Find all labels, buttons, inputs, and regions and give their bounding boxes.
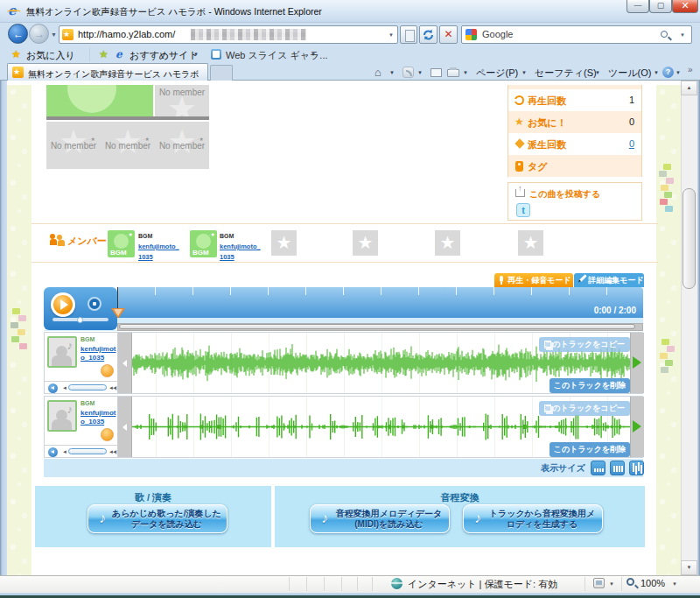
web-slice-dropdown-icon[interactable]: ▼ bbox=[311, 52, 316, 57]
play-button[interactable] bbox=[51, 292, 75, 317]
speaker-icon[interactable] bbox=[48, 383, 58, 393]
scroll-down-button[interactable]: ▼ bbox=[681, 560, 697, 575]
search-dropdown-icon[interactable]: ▼ bbox=[680, 32, 685, 38]
rss-feed-icon[interactable] bbox=[402, 67, 414, 78]
track-avatar[interactable] bbox=[47, 336, 77, 368]
volume-decrease-icon[interactable]: ◄ bbox=[62, 385, 67, 390]
track-avatar[interactable] bbox=[47, 400, 77, 432]
address-bar[interactable]: http://hamo.y2lab.com/ ▼ bbox=[59, 25, 398, 44]
wave-zoom-small-button[interactable] bbox=[591, 461, 606, 475]
window-title: 無料オンライン歌声録音サービス ハモラボ - Windows Internet … bbox=[26, 6, 322, 18]
track-record-button[interactable] bbox=[101, 428, 114, 441]
stats-row-tags: タグ bbox=[508, 155, 641, 177]
forward-button[interactable]: → bbox=[29, 24, 49, 44]
browser-tab[interactable]: 無料オンライン歌声録音サービス ハモラボ bbox=[7, 63, 208, 81]
zoom-magnifier-icon[interactable] bbox=[626, 578, 634, 586]
url-censored-mosaic bbox=[191, 29, 306, 40]
track-left-handle[interactable] bbox=[118, 333, 132, 393]
twitter-icon[interactable]: t bbox=[516, 203, 530, 217]
zoom-dropdown-icon[interactable]: ▼ bbox=[672, 581, 677, 587]
track-owner-link[interactable]: kenfujimoto_1035 bbox=[80, 345, 117, 362]
minimize-button[interactable]: — bbox=[626, 0, 649, 13]
generate-melody-button[interactable]: ♪ トラックから音程変換用メロディを生成する bbox=[463, 504, 603, 533]
track-owner-link[interactable]: kenfujimoto_1035 bbox=[80, 409, 117, 426]
page-menu-dropdown-icon[interactable]: ▼ bbox=[522, 70, 527, 75]
vertical-scrollbar-thumb[interactable] bbox=[682, 188, 696, 289]
refresh-button[interactable] bbox=[419, 25, 438, 44]
favorites-star-icon[interactable]: ★ bbox=[11, 48, 21, 60]
volume-max-icon[interactable]: ◄◄| bbox=[108, 385, 115, 390]
search-box[interactable]: Google ▼ bbox=[461, 25, 692, 44]
member-avatar[interactable]: ·★BGM bbox=[190, 230, 217, 257]
history-dropdown-icon[interactable]: ▼ bbox=[51, 32, 57, 38]
member-name-link[interactable]: kenfujimoto_1035 bbox=[220, 243, 261, 261]
track-left-handle[interactable] bbox=[118, 397, 132, 457]
track-record-button[interactable] bbox=[101, 364, 114, 377]
help-icon[interactable]: ? bbox=[662, 67, 674, 78]
home-dropdown-icon[interactable]: ▼ bbox=[389, 70, 395, 75]
site-favicon bbox=[62, 29, 74, 40]
copy-track-button[interactable]: このトラックをコピー bbox=[539, 401, 630, 416]
vertical-scrollbar[interactable] bbox=[681, 81, 697, 575]
zoom-level-label[interactable]: 100% bbox=[640, 578, 665, 588]
url-text: http://hamo.y2lab.com/ bbox=[78, 29, 175, 39]
wave-zoom-medium-button[interactable] bbox=[610, 461, 625, 475]
suggested-sites-icon: e bbox=[116, 48, 122, 60]
read-mail-icon[interactable] bbox=[430, 68, 442, 77]
volume-max-icon[interactable]: ◄◄| bbox=[108, 449, 115, 454]
close-button[interactable]: ✕ bbox=[672, 0, 698, 13]
member-name-link[interactable]: kenfujimoto_1035 bbox=[138, 243, 179, 261]
print-icon[interactable] bbox=[447, 69, 459, 77]
home-icon[interactable]: ⌂ bbox=[374, 66, 382, 79]
stats-row-favorites: ★ お気に！ 0 bbox=[508, 111, 641, 133]
page-menu[interactable]: ページ(P) bbox=[476, 67, 518, 80]
delete-track-button[interactable]: このトラックを削除 bbox=[550, 378, 630, 393]
address-dropdown-icon[interactable]: ▼ bbox=[388, 32, 394, 38]
member-avatar[interactable]: ·★BGM bbox=[108, 230, 135, 257]
protected-mode-dropdown-icon[interactable]: ▼ bbox=[609, 581, 614, 587]
copy-track-button[interactable]: このトラックをコピー bbox=[539, 337, 630, 352]
safety-menu-dropdown-icon[interactable]: ▼ bbox=[595, 70, 600, 75]
back-button[interactable]: ← bbox=[8, 24, 28, 44]
stop-button[interactable]: ✕ bbox=[439, 25, 458, 44]
search-magnifier-icon[interactable] bbox=[661, 31, 668, 38]
maximize-button[interactable]: ▢ bbox=[649, 0, 672, 13]
track-volume-slider[interactable] bbox=[68, 448, 107, 454]
load-recorded-data-button[interactable]: ♪ あらかじめ歌った/演奏したデータを読み込む bbox=[88, 504, 228, 533]
delete-track-button[interactable]: このトラックを削除 bbox=[550, 442, 630, 457]
compatibility-view-button[interactable] bbox=[400, 25, 417, 44]
tools-menu-dropdown-icon[interactable]: ▼ bbox=[654, 70, 659, 75]
print-dropdown-icon[interactable]: ▼ bbox=[463, 70, 468, 75]
no-member-label: No member bbox=[101, 141, 155, 151]
more-commands-chevron[interactable]: » bbox=[688, 65, 693, 74]
stop-playback-button[interactable] bbox=[88, 297, 102, 311]
title-bar: e 無料オンライン歌声録音サービス ハモラボ - Windows Interne… bbox=[0, 0, 700, 23]
play-record-mode-tab[interactable]: 再生・録音モード bbox=[494, 273, 573, 287]
scroll-up-button[interactable]: ▲ bbox=[681, 81, 697, 95]
volume-knob[interactable] bbox=[77, 317, 83, 323]
member-bar-label: メンバー bbox=[67, 235, 107, 248]
safety-menu[interactable]: セーフティ(S) bbox=[535, 67, 597, 80]
member-grid-avatar[interactable] bbox=[46, 85, 153, 116]
share-song-link[interactable]: この曲を投稿する bbox=[529, 188, 600, 201]
protected-mode-icon[interactable] bbox=[593, 578, 605, 588]
tools-menu[interactable]: ツール(O) bbox=[608, 67, 651, 80]
detail-edit-mode-tab[interactable]: 詳細編集モード bbox=[574, 273, 644, 287]
timeline-ruler[interactable]: 0:00 / 2:00 bbox=[117, 287, 643, 318]
suggested-sites-dropdown-icon[interactable]: ▼ bbox=[193, 52, 199, 57]
new-tab-stub[interactable] bbox=[210, 65, 233, 81]
stat-value-link[interactable]: 0 bbox=[629, 138, 634, 149]
volume-decrease-icon[interactable]: ◄ bbox=[62, 449, 67, 454]
add-favorite-icon[interactable]: ★ bbox=[99, 48, 108, 60]
speaker-icon[interactable] bbox=[48, 447, 58, 457]
help-dropdown-icon[interactable]: ▼ bbox=[676, 70, 681, 75]
wave-zoom-large-button[interactable] bbox=[629, 461, 644, 475]
favorites-label[interactable]: お気に入り bbox=[26, 49, 75, 62]
rss-dropdown-icon[interactable]: ▼ bbox=[417, 70, 423, 75]
timeline-scrollbar-thumb[interactable] bbox=[119, 324, 635, 329]
suggested-sites-label[interactable]: おすすめサイト bbox=[130, 49, 199, 62]
load-midi-button[interactable]: ♪ 音程変換用メロディデータ(MIDI)を読み込む bbox=[310, 504, 450, 533]
member-grid-empty-slot: ★ No member ·★ bbox=[46, 122, 101, 169]
master-volume-slider[interactable] bbox=[52, 318, 108, 321]
track-volume-slider[interactable] bbox=[68, 384, 107, 390]
